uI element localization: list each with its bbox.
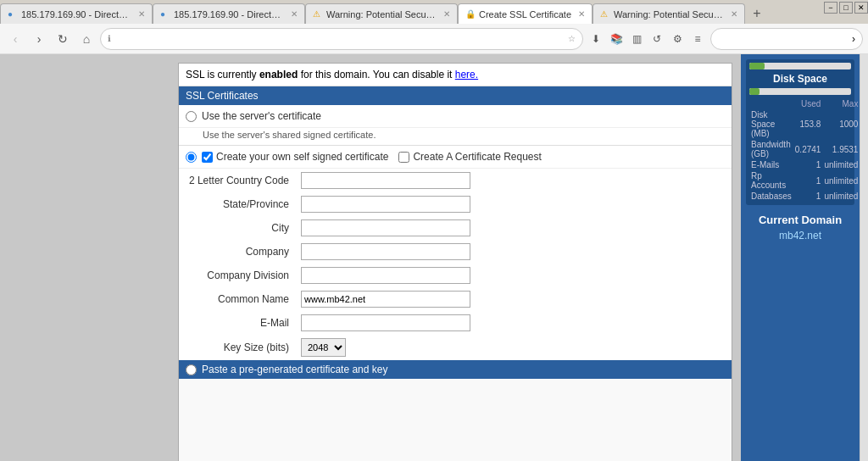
bw-progress-container bbox=[749, 88, 851, 95]
disk-space-section: Disk Space Used Max Disk Space (MB) 153.… bbox=[746, 59, 854, 205]
settings-icon[interactable]: ⚙ bbox=[668, 30, 687, 48]
disk-progress-container bbox=[749, 63, 851, 69]
form-row-key-size: Key Size (bits) 512 1024 2048 4096 bbox=[179, 335, 732, 360]
stats-disk-row: Disk Space (MB) 153.8 1000 bbox=[749, 109, 860, 139]
address-bookmark-icon: ☆ bbox=[568, 34, 576, 43]
tab-2[interactable]: ● 185.179.169.90 - DirectAdmin ... ✕ bbox=[153, 3, 305, 24]
sidebar-icon[interactable]: ▥ bbox=[627, 30, 646, 48]
maximize-button[interactable]: □ bbox=[839, 2, 853, 14]
paste-section-radio[interactable] bbox=[186, 364, 197, 375]
browser-toolbar: ‹ › ↻ ⌂ ℹ 185.179.169.90:2222/CMD_SSL?do… bbox=[0, 24, 868, 54]
form-row-company: Company bbox=[179, 240, 732, 264]
form-row-country: 2 Letter Country Code bbox=[179, 169, 732, 192]
tab-1-title: 185.179.169.90 - DirectAdmin... bbox=[21, 9, 131, 19]
state-input[interactable] bbox=[301, 196, 470, 213]
tab-1-favicon: ● bbox=[8, 9, 18, 19]
search-icon: › bbox=[852, 33, 855, 45]
stats-db-used: 1 bbox=[793, 191, 823, 202]
common-name-input[interactable] bbox=[301, 291, 470, 308]
right-sidebar: Disk Space Used Max Disk Space (MB) 153.… bbox=[741, 54, 860, 461]
tab-4-favicon: 🔒 bbox=[465, 9, 476, 19]
stats-email-used: 1 bbox=[793, 159, 823, 170]
division-input[interactable] bbox=[301, 267, 470, 284]
search-input[interactable]: free ssl bbox=[718, 34, 849, 44]
key-size-label: Key Size (bits) bbox=[179, 335, 298, 360]
stats-rp-max: unlimited bbox=[822, 170, 860, 191]
tab-3[interactable]: ⚠ Warning: Potential Security Re... ✕ bbox=[305, 3, 458, 24]
option-server-cert[interactable]: Use the server's certificate bbox=[179, 105, 732, 128]
forward-button[interactable]: › bbox=[29, 29, 49, 49]
stats-col-used: Used bbox=[793, 98, 823, 109]
stats-email-row: E-Mails 1 unlimited bbox=[749, 159, 860, 170]
stats-header-row: Used Max bbox=[749, 98, 860, 109]
ssl-disable-link[interactable]: here. bbox=[455, 69, 478, 81]
form-row-email: E-Mail bbox=[179, 311, 732, 335]
tab-5-close[interactable]: ✕ bbox=[731, 9, 737, 19]
city-input[interactable] bbox=[301, 219, 470, 236]
paste-section-label: Paste a pre-generated certificate and ke… bbox=[202, 364, 387, 375]
downloads-icon[interactable]: ⬇ bbox=[587, 30, 605, 48]
search-bar[interactable]: free ssl › bbox=[710, 28, 863, 50]
stats-db-label: Databases bbox=[749, 191, 793, 202]
option-cert-request-label[interactable]: Create A Certificate Request bbox=[398, 151, 541, 163]
company-input[interactable] bbox=[301, 243, 470, 260]
ssl-enabled-suffix: for this domain. You can disable it bbox=[301, 69, 455, 81]
stats-bw-row: Bandwidth (GB) 0.2741 1.9531 bbox=[749, 139, 860, 159]
option-server-cert-radio[interactable] bbox=[186, 111, 197, 122]
address-bar[interactable]: ℹ 185.179.169.90:2222/CMD_SSL?domain=mb4… bbox=[100, 28, 583, 50]
current-domain-name: mb42.net bbox=[746, 230, 854, 242]
stats-email-max: unlimited bbox=[822, 159, 860, 170]
ssl-enabled-prefix: SSL is currently bbox=[186, 69, 257, 81]
refresh-icon[interactable]: ↺ bbox=[648, 30, 666, 48]
new-tab-button[interactable]: + bbox=[745, 3, 769, 24]
close-button[interactable]: ✕ bbox=[854, 2, 868, 14]
tab-5[interactable]: ⚠ Warning: Potential Security Re... ✕ bbox=[593, 3, 745, 24]
ssl-content: SSL is currently enabled for this domain… bbox=[178, 63, 732, 461]
toolbar-icons: ⬇ 📚 ▥ ↺ ⚙ ≡ bbox=[587, 30, 707, 48]
tab-4[interactable]: 🔒 Create SSL Certificate ✕ bbox=[458, 3, 593, 24]
home-button[interactable]: ⌂ bbox=[76, 29, 97, 49]
tab-1-close[interactable]: ✕ bbox=[138, 9, 145, 19]
email-label: E-Mail bbox=[179, 311, 298, 335]
tab-3-close[interactable]: ✕ bbox=[443, 9, 450, 19]
form-row-city: City bbox=[179, 216, 732, 240]
menu-icon[interactable]: ≡ bbox=[688, 30, 707, 48]
minimize-button[interactable]: − bbox=[824, 2, 837, 14]
tab-4-close[interactable]: ✕ bbox=[578, 9, 585, 19]
create-cert-request-checkbox[interactable] bbox=[398, 152, 409, 163]
option-self-signed-radio[interactable] bbox=[186, 152, 197, 163]
key-size-select[interactable]: 512 1024 2048 4096 bbox=[301, 338, 346, 357]
current-domain-section: Current Domain mb42.net bbox=[746, 214, 854, 242]
address-input[interactable]: 185.179.169.90:2222/CMD_SSL?domain=mb42.… bbox=[114, 34, 565, 44]
tab-2-close[interactable]: ✕ bbox=[291, 9, 298, 19]
main-area: SSL is currently enabled for this domain… bbox=[0, 54, 868, 461]
country-input[interactable] bbox=[301, 172, 470, 189]
library-icon[interactable]: 📚 bbox=[607, 30, 626, 48]
tab-3-title: Warning: Potential Security Re... bbox=[326, 9, 437, 19]
stats-bw-used: 0.2741 bbox=[793, 139, 823, 159]
tab-1[interactable]: ● 185.179.169.90 - DirectAdmin... ✕ bbox=[0, 3, 153, 24]
country-label: 2 Letter Country Code bbox=[179, 169, 298, 192]
stats-disk-label: Disk Space (MB) bbox=[749, 109, 793, 139]
paste-section[interactable]: Paste a pre-generated certificate and ke… bbox=[179, 360, 732, 379]
form-row-division: Company Division bbox=[179, 264, 732, 287]
option-self-signed-label[interactable]: Create your own self signed certificate bbox=[202, 151, 388, 163]
stats-table: Used Max Disk Space (MB) 153.8 1000 Band… bbox=[749, 98, 860, 202]
stats-db-max: unlimited bbox=[822, 191, 860, 202]
email-input[interactable] bbox=[301, 314, 470, 331]
stats-rp-row: Rp Accounts 1 unlimited bbox=[749, 170, 860, 191]
tab-4-title: Create SSL Certificate bbox=[479, 9, 571, 19]
option-self-signed: Create your own self signed certificate … bbox=[179, 146, 732, 169]
stats-rp-label: Rp Accounts bbox=[749, 170, 793, 191]
tab-bar: ● 185.179.169.90 - DirectAdmin... ✕ ● 18… bbox=[0, 0, 868, 24]
create-self-signed-checkbox[interactable] bbox=[202, 152, 213, 163]
stats-col-label bbox=[749, 98, 793, 109]
paste-textarea[interactable] bbox=[179, 379, 732, 461]
scrollbar-track[interactable] bbox=[860, 54, 868, 461]
stats-disk-used: 153.8 bbox=[793, 109, 823, 139]
option-server-cert-label: Use the server's certificate bbox=[202, 110, 321, 122]
back-button[interactable]: ‹ bbox=[5, 29, 25, 49]
company-label: Company bbox=[179, 240, 298, 264]
content-panel: SSL is currently enabled for this domain… bbox=[0, 54, 741, 461]
reload-button[interactable]: ↻ bbox=[53, 29, 73, 49]
